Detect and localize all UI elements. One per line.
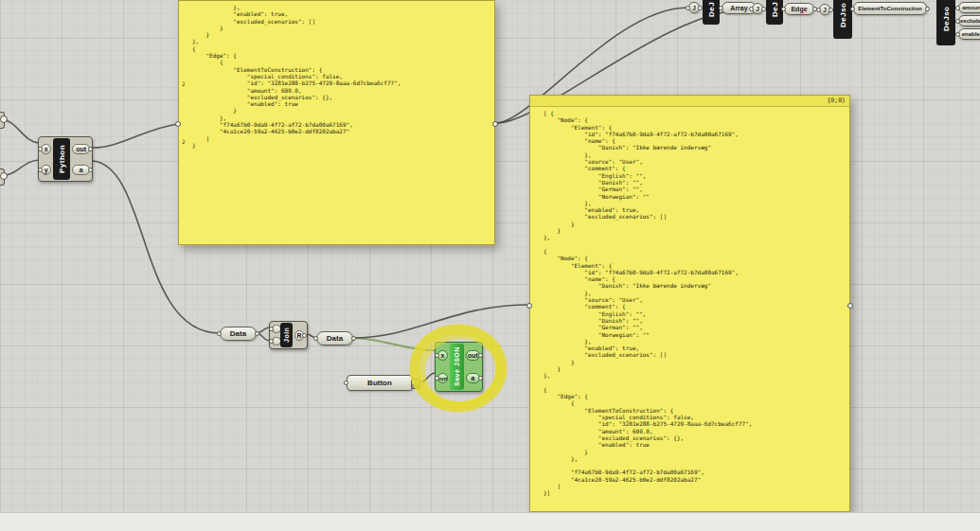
param-label: Array	[730, 5, 747, 11]
param-grip[interactable]	[0, 172, 8, 180]
dej-edge-output[interactable]: Edge	[784, 3, 814, 15]
data-param-2[interactable]: Data	[316, 331, 353, 345]
param-label: amount	[962, 5, 980, 10]
param-label: J	[692, 5, 696, 11]
panel-output-grip[interactable]	[847, 303, 853, 309]
param-label: ElementToConstruction	[858, 6, 922, 11]
dejso2-output-excluded[interactable]: excluded	[958, 15, 980, 27]
button-output-nub[interactable]	[411, 379, 420, 389]
param-label: J	[756, 6, 759, 12]
save-json-output-a[interactable]: a	[466, 373, 480, 383]
wire[interactable]	[352, 338, 435, 350]
json-panel-left-text: }, "enabled": true, "excluded_scenarios"…	[179, 1, 494, 150]
wire[interactable]	[352, 305, 528, 338]
dej-array-label[interactable]: DeJ	[703, 0, 720, 25]
python-label[interactable]: Python	[53, 138, 70, 180]
wire[interactable]	[420, 373, 435, 382]
json-panel-right[interactable]: {0;0} [ { "Node": { "Element": { "id": "…	[529, 95, 850, 512]
wire[interactable]	[0, 119, 39, 143]
dejso-label[interactable]: DeJso	[833, 0, 852, 39]
panel-path-header: {0;0}	[530, 96, 849, 107]
join-output-r[interactable]: R	[294, 330, 304, 341]
wire[interactable]	[93, 124, 178, 148]
data-param-label: Data	[327, 334, 343, 343]
panel-line-index: 2	[182, 80, 186, 87]
param-label: Edge	[791, 6, 807, 12]
python-input-y[interactable]: y	[41, 165, 51, 175]
save-json-input-run[interactable]: run	[437, 373, 448, 383]
json-panel-right-text: [ { "Node": { "Element": { "id": "f74a67…	[530, 107, 849, 499]
save-json-label[interactable]: Save JSON	[450, 344, 464, 390]
dej-edge-input-j[interactable]: J	[752, 3, 763, 14]
param-label: enabled	[962, 31, 980, 37]
python-input-x[interactable]: x	[41, 144, 51, 154]
data-param-label: Data	[230, 329, 246, 338]
python-output-out[interactable]: out	[72, 144, 90, 154]
param-label: J	[823, 7, 827, 13]
panel-input-grip[interactable]	[175, 121, 181, 127]
save-json-input-x[interactable]: x	[437, 350, 448, 361]
data-param-1[interactable]: Data	[220, 327, 257, 341]
dej-array-input-j[interactable]: J	[688, 2, 700, 13]
grasshopper-canvas[interactable]: x y Python out a Data Join R Data Button	[0, 0, 980, 531]
dejso-output-elementtoconstruction[interactable]: ElementToConstruction	[853, 2, 927, 15]
panel-input-grip[interactable]	[526, 303, 532, 309]
json-panel-left[interactable]: }, "enabled": true, "excluded_scenarios"…	[178, 0, 495, 245]
panel-output-grip[interactable]	[492, 121, 498, 127]
dejso2-label[interactable]: DeJso	[936, 0, 955, 45]
save-json-output-out[interactable]: out	[466, 350, 480, 361]
panel-line-index: 2	[182, 138, 186, 145]
join-component[interactable]: Join R	[269, 321, 308, 349]
status-bar	[0, 512, 980, 531]
param-grip[interactable]	[0, 115, 8, 123]
dejso2-output-amount[interactable]: amount	[958, 2, 980, 13]
button-label: Button	[367, 379, 392, 387]
button-component[interactable]: Button	[347, 375, 413, 391]
save-json-component[interactable]: x run Save JSON out a	[435, 342, 483, 392]
dejso2-output-enabled[interactable]: enabled	[958, 28, 980, 40]
python-output-a[interactable]: a	[72, 165, 90, 175]
dej-edge-label[interactable]: DeJ	[766, 0, 783, 25]
param-label: excluded	[960, 18, 980, 24]
dejso-input-j[interactable]: J	[819, 4, 830, 15]
join-label[interactable]: Join	[280, 323, 293, 347]
python-component[interactable]: x y Python out a	[38, 136, 93, 182]
